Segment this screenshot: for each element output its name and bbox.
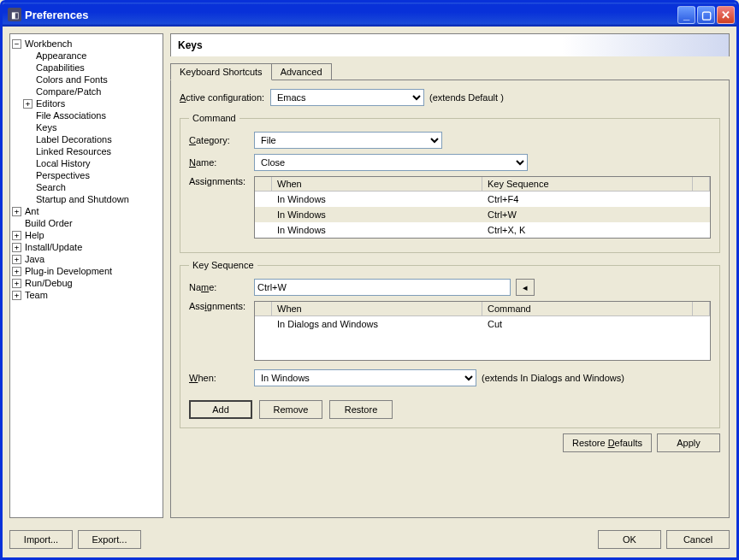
preferences-tree[interactable]: − Workbench Appearance Capabilities Colo… xyxy=(9,33,163,518)
keyseq-assignments-label: Assignments: xyxy=(189,301,249,311)
tree-item-perspectives[interactable]: Perspectives xyxy=(12,169,161,181)
tree-item-workbench[interactable]: − Workbench xyxy=(12,38,161,50)
tree-item-ant[interactable]: +Ant xyxy=(12,205,161,217)
tree-label: Appearance xyxy=(34,50,88,61)
active-configuration-select[interactable]: Emacs xyxy=(270,89,424,106)
tree-item-install-update[interactable]: +Install/Update xyxy=(12,241,161,253)
tree-item-label-decorations[interactable]: Label Decorations xyxy=(12,133,161,145)
import-button[interactable]: Import... xyxy=(9,530,73,549)
tab-content: Active configuration: Emacs (extends Def… xyxy=(170,80,730,518)
col-blank xyxy=(255,177,272,191)
tree-label: Editors xyxy=(34,98,67,109)
tree-item-linked-resources[interactable]: Linked Resources xyxy=(12,145,161,157)
col-command[interactable]: Command xyxy=(482,302,693,315)
col-when[interactable]: When xyxy=(272,177,482,191)
active-configuration-label: Active configuration: xyxy=(180,92,265,103)
tree-label: Local History xyxy=(34,158,92,168)
tree-label: File Associations xyxy=(34,110,108,121)
tree-item-run-debug[interactable]: +Run/Debug xyxy=(12,277,161,289)
table-header: When Key Sequence xyxy=(255,177,710,192)
when-select[interactable]: In Windows xyxy=(254,369,476,386)
assignments-label: Assignments: xyxy=(189,176,249,186)
tree-label: Keys xyxy=(34,122,58,133)
tree-item-search[interactable]: Search xyxy=(12,181,161,193)
titlebar: ◧ Preferences _ ▢ ✕ xyxy=(3,3,736,27)
col-blank xyxy=(693,177,710,191)
table-row[interactable]: In WindowsCtrl+W xyxy=(255,207,710,222)
export-button[interactable]: Export... xyxy=(78,530,141,549)
col-when[interactable]: When xyxy=(272,302,482,315)
command-assignments-table[interactable]: When Key Sequence In WindowsCtrl+F4 In W… xyxy=(254,176,711,239)
keyseq-name-label: Name: xyxy=(189,282,249,292)
when-extends-text: (extends In Dialogs and Windows) xyxy=(482,373,624,383)
remove-button[interactable]: Remove xyxy=(259,400,322,419)
tree-item-colors-fonts[interactable]: Colors and Fonts xyxy=(12,74,161,85)
backspace-button[interactable]: ◂ xyxy=(516,279,535,296)
tabs: Keyboard Shortcuts Advanced xyxy=(170,63,730,80)
expand-icon[interactable]: + xyxy=(12,255,21,264)
restore-button[interactable]: Restore xyxy=(329,400,393,419)
tree-item-java[interactable]: +Java xyxy=(12,253,161,265)
tree-item-build-order[interactable]: Build Order xyxy=(12,217,161,229)
maximize-button[interactable]: ▢ xyxy=(697,6,715,24)
col-blank xyxy=(255,302,272,315)
restore-defaults-button[interactable]: Restore Defaults xyxy=(563,433,652,452)
expand-icon[interactable]: + xyxy=(12,207,21,216)
table-row[interactable]: In WindowsCtrl+X, K xyxy=(255,222,710,238)
tree-item-file-associations[interactable]: File Associations xyxy=(12,109,161,121)
tree-item-capabilities[interactable]: Capabilities xyxy=(12,62,161,74)
tree-label: Startup and Shutdown xyxy=(34,194,131,204)
tree-label: Linked Resources xyxy=(34,146,113,156)
cancel-button[interactable]: Cancel xyxy=(666,530,730,549)
expand-icon[interactable]: + xyxy=(12,279,21,288)
category-label: Category: xyxy=(189,135,249,145)
tree-label: Search xyxy=(34,182,68,192)
tree-item-compare-patch[interactable]: Compare/Patch xyxy=(12,85,161,97)
tree-label: Workbench xyxy=(23,38,74,49)
minimize-button[interactable]: _ xyxy=(677,6,695,24)
tree-item-help[interactable]: +Help xyxy=(12,229,161,241)
tree-item-local-history[interactable]: Local History xyxy=(12,157,161,169)
window-title: Preferences xyxy=(25,9,677,21)
tree-label: Team xyxy=(23,290,50,300)
tree-item-plugin-development[interactable]: +Plug-in Development xyxy=(12,265,161,277)
tab-advanced[interactable]: Advanced xyxy=(271,63,332,80)
content-area: − Workbench Appearance Capabilities Colo… xyxy=(3,27,736,557)
expand-icon[interactable]: + xyxy=(12,231,21,240)
tab-keyboard-shortcuts[interactable]: Keyboard Shortcuts xyxy=(170,63,272,80)
ok-button[interactable]: OK xyxy=(598,530,661,549)
page-title: Keys xyxy=(170,33,730,56)
expand-icon[interactable]: + xyxy=(12,267,21,276)
close-button[interactable]: ✕ xyxy=(717,6,735,24)
table-header: When Command xyxy=(255,302,710,316)
col-key-sequence[interactable]: Key Sequence xyxy=(482,177,693,191)
tree-label: Compare/Patch xyxy=(34,86,103,97)
tree-label: Java xyxy=(23,254,46,264)
tree-item-team[interactable]: +Team xyxy=(12,289,161,301)
tree-label: Colors and Fonts xyxy=(34,74,109,85)
expand-icon[interactable]: + xyxy=(12,291,21,300)
footer: Import... Export... OK Cancel xyxy=(3,525,736,557)
tree-item-keys[interactable]: Keys xyxy=(12,121,161,133)
expand-icon[interactable]: + xyxy=(23,99,33,109)
collapse-icon[interactable]: − xyxy=(12,39,21,49)
table-row[interactable]: In Dialogs and WindowsCut xyxy=(255,316,710,332)
key-sequence-legend: Key Sequence xyxy=(189,260,257,270)
command-name-select[interactable]: Close xyxy=(254,154,528,171)
keyseq-assignments-table[interactable]: When Command In Dialogs and WindowsCut xyxy=(254,301,711,361)
apply-button[interactable]: Apply xyxy=(657,433,720,452)
command-legend: Command xyxy=(189,113,239,123)
add-button[interactable]: Add xyxy=(189,400,252,419)
tree-label: Run/Debug xyxy=(23,278,74,288)
tree-label: Perspectives xyxy=(34,170,92,180)
tree-item-editors[interactable]: +Editors xyxy=(12,97,161,109)
expand-icon[interactable]: + xyxy=(12,243,21,252)
tree-item-startup-shutdown[interactable]: Startup and Shutdown xyxy=(12,193,161,205)
table-row[interactable]: In WindowsCtrl+F4 xyxy=(255,192,710,207)
left-triangle-icon: ◂ xyxy=(523,282,528,293)
keyseq-name-input[interactable] xyxy=(254,279,511,296)
tree-item-appearance[interactable]: Appearance xyxy=(12,50,161,62)
tree-label: Plug-in Development xyxy=(23,266,114,276)
category-select[interactable]: File xyxy=(254,132,442,149)
page-panel: Keys Keyboard Shortcuts Advanced Active … xyxy=(170,33,730,518)
